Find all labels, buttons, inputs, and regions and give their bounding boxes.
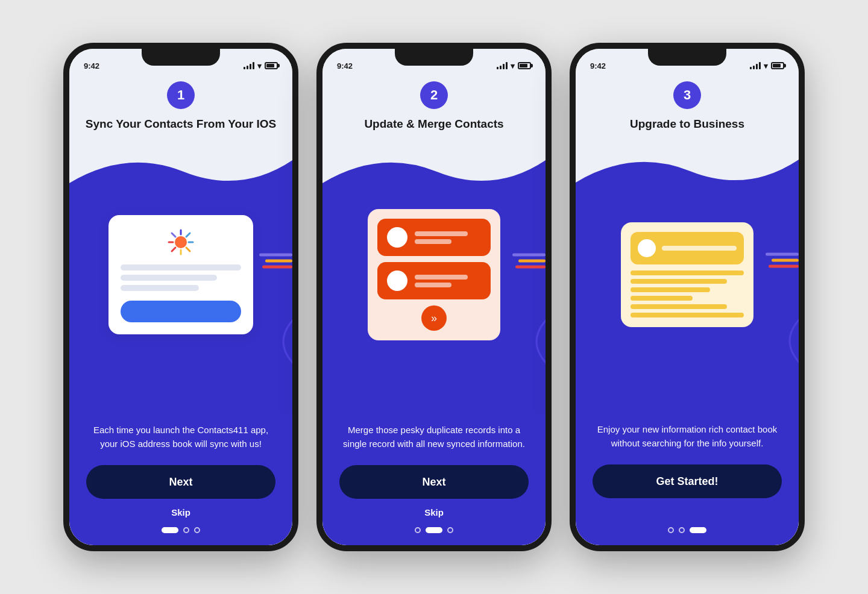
illustration-area-3 [576,136,799,413]
merge-icon-btn: » [421,305,447,331]
time-2: 9:42 [337,61,353,70]
svg-line-7 [186,233,190,237]
illustration-area-2: » [322,136,546,414]
time-1: 9:42 [84,61,99,70]
notch-2 [395,49,473,66]
svg-line-8 [172,248,175,251]
skip-button-1[interactable]: Skip [171,507,190,517]
status-icons-1: ▾ [244,61,278,70]
dot-2-1 [415,527,421,533]
status-icons-2: ▾ [497,61,531,70]
contact-lines-bottom [415,275,481,287]
biz-avatar [638,239,656,257]
illus-merge: » [368,209,500,340]
dot-1-3 [194,527,200,533]
svg-point-0 [175,236,187,248]
svg-line-5 [172,233,175,237]
biz-lines [631,270,744,317]
contact-lines-top [415,231,481,244]
biz-line-3 [631,287,710,292]
screen-1: 9:42 ▾ 1 Sync Your Contacts From Your IO… [69,49,292,545]
signal-icon-3 [750,62,761,69]
skip-button-2[interactable]: Skip [424,507,444,517]
phone-1: 9:42 ▾ 1 Sync Your Contacts From Your IO… [63,43,298,551]
title-3: Upgrade to Business [576,109,799,136]
phone-frame-2: 9:42 ▾ 2 Update & Merge Contacts [316,43,552,551]
illus-card-1 [108,215,253,334]
dot-3-3 [690,527,706,533]
biz-header-line [662,246,737,251]
next-button-1[interactable]: Next [86,465,275,499]
dot-1-2 [183,527,189,533]
title-1: Sync Your Contacts From Your IOS [69,109,292,136]
dot-1-1 [162,527,178,533]
contact-card-bottom [377,262,491,299]
avatar-bottom [387,270,407,291]
status-icons-3: ▾ [750,61,784,70]
illus-blue-btn [121,301,241,322]
time-3: 9:42 [590,61,606,70]
phone-frame-1: 9:42 ▾ 1 Sync Your Contacts From Your IO… [63,43,298,551]
battery-icon-1 [265,62,278,69]
contact-card-top [377,219,491,256]
dot-2-3 [447,527,453,533]
svg-line-6 [186,248,190,251]
screen-3: 9:42 ▾ 3 Upgrade to Business [576,49,799,545]
app-logo [166,227,196,257]
screen-2: 9:42 ▾ 2 Update & Merge Contacts [322,49,546,545]
dot-2-2 [426,527,442,533]
illustration-area-1 [69,136,292,414]
wifi-icon-1: ▾ [257,61,262,70]
signal-icon-2 [497,62,508,69]
biz-line-2 [631,279,727,284]
phone-3: 9:42 ▾ 3 Upgrade to Business [570,43,805,551]
biz-line-4 [631,296,693,301]
biz-line-1 [631,270,744,275]
illus-business [621,222,753,327]
battery-icon-3 [771,62,784,69]
biz-header [631,232,744,264]
dots-3 [668,527,706,533]
biz-line-5 [631,304,727,309]
step-badge-3: 3 [673,81,701,109]
next-button-2[interactable]: Next [339,465,529,499]
description-3: Enjoy your new information rich contact … [593,423,782,450]
illus-lines [121,264,241,291]
step-badge-2: 2 [420,81,448,109]
avatar-top [387,227,407,248]
description-2: Merge those pesky duplicate records into… [339,424,529,451]
bottom-section-3: Enjoy your new information rich contact … [576,413,799,545]
notch-3 [648,49,726,66]
signal-icon-1 [244,62,254,69]
get-started-button[interactable]: Get Started! [593,464,782,498]
wifi-icon-3: ▾ [764,61,768,70]
dot-3-1 [668,527,674,533]
dots-1 [162,527,200,533]
bottom-section-1: Each time you launch the Contacts411 app… [69,414,292,545]
title-2: Update & Merge Contacts [322,109,546,136]
notch-1 [142,49,220,66]
biz-line-6 [631,313,744,317]
battery-icon-2 [518,62,531,69]
bottom-section-2: Merge those pesky duplicate records into… [322,414,546,545]
description-1: Each time you launch the Contacts411 app… [86,424,275,451]
phone-2: 9:42 ▾ 2 Update & Merge Contacts [316,43,552,551]
step-badge-1: 1 [167,81,195,109]
wifi-icon-2: ▾ [511,61,515,70]
dot-3-2 [679,527,685,533]
dots-2 [415,527,453,533]
phone-frame-3: 9:42 ▾ 3 Upgrade to Business [570,43,805,551]
